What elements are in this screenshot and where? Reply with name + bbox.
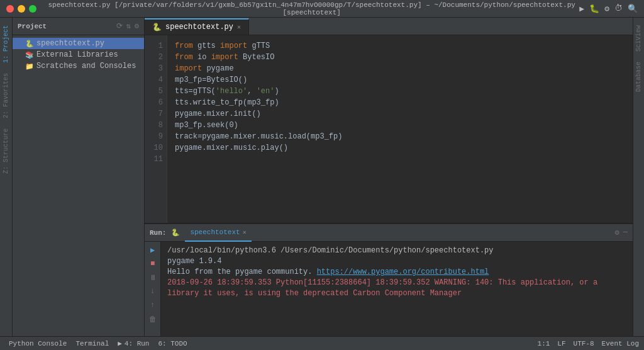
run-tab-speechtotext[interactable]: speechtotext ✕ (185, 224, 251, 242)
status-bar: Python Console Terminal ▶ 4: Run 6: TODO… (0, 336, 644, 350)
tree-item-scratches[interactable]: 📁 Scratches and Consoles (13, 60, 144, 72)
project-panel: Project ⟳ ⇅ ⚙ 🐍 speechtotext.py 📚 Extern… (13, 18, 145, 336)
status-left: Python Console Terminal ▶ 4: Run 6: TODO (5, 337, 191, 351)
left-panel-tabs: 1: Project 2: Favorites Z: Structure (0, 18, 13, 336)
run-header-right: ⚙ — (615, 228, 628, 237)
line-num: 9 (145, 131, 163, 142)
line-num: 5 (145, 86, 163, 97)
line-num: 8 (145, 120, 163, 131)
debug-icon[interactable]: 🐛 (589, 4, 599, 14)
run-tab-close-icon[interactable]: ✕ (243, 229, 247, 236)
line-num: 2 (145, 52, 163, 63)
project-tree: 🐍 speechtotext.py 📚 External Libraries 📁… (13, 35, 144, 336)
terminal-label: Terminal (75, 340, 109, 347)
toolbar-right: ▶ 🐛 ⚙ ⏱ 🔍 (579, 4, 638, 14)
run-label: Run: (150, 229, 166, 237)
scroll-up-button[interactable]: ↑ (147, 300, 158, 311)
output-line-warning: 2018-09-26 18:39:59.353 Python[11155:238… (167, 278, 626, 299)
run-status-button[interactable]: ▶ 4: Run (114, 337, 153, 351)
encoding: UTF-8 (574, 340, 594, 347)
window-title: speechtotext.py [/private/var/folders/v1… (44, 1, 579, 16)
todo-label: 6: TODO (158, 340, 187, 347)
clear-button[interactable]: 🗑 (147, 313, 158, 325)
collapse-icon[interactable]: ⇅ (126, 21, 131, 31)
run-play-icon: ▶ (118, 339, 122, 347)
pygame-link[interactable]: https://www.pygame.org/contribute.html (317, 268, 489, 276)
close-button[interactable] (6, 5, 14, 13)
library-icon: 📚 (25, 51, 34, 59)
run-content-area: ▶ ■ ⏸ ↓ ↑ 🗑 /usr/local/bin/python3.6 /Us… (145, 242, 633, 336)
run-output: /usr/local/bin/python3.6 /Users/Dominic/… (161, 242, 633, 336)
pause-button[interactable]: ⏸ (147, 272, 158, 283)
tree-item-label: speechtotext.py (36, 39, 104, 48)
output-line-hello: Hello from the pygame community. https:/… (167, 267, 626, 278)
run-tab-label: speechtotext (190, 229, 240, 236)
line-num: 4 (145, 74, 163, 86)
python-console-button[interactable]: Python Console (5, 337, 70, 351)
stop-button[interactable]: ■ (147, 258, 158, 269)
run-tab-icon: 🐍 (171, 229, 180, 237)
title-bar: speechtotext.py [/private/var/folders/v1… (0, 0, 644, 18)
tree-item-external-libraries[interactable]: 📚 External Libraries (13, 49, 144, 60)
event-log-button[interactable]: Event Log (602, 340, 639, 347)
line-num: 7 (145, 108, 163, 120)
project-header-icons: ⟳ ⇅ ⚙ (116, 21, 139, 31)
search-icon[interactable]: 🔍 (628, 4, 638, 14)
cursor-position: 1:1 (538, 340, 550, 347)
tab-bar: 🐍 speechtotext.py ✕ (145, 18, 633, 35)
line-numbers: 1 2 3 4 5 6 7 8 9 10 11 (145, 35, 167, 223)
scroll-down-button[interactable]: ↓ (147, 286, 158, 297)
line-num: 10 (145, 142, 163, 154)
todo-button[interactable]: 6: TODO (154, 337, 191, 351)
project-header: Project ⟳ ⇅ ⚙ (13, 18, 144, 35)
terminal-button[interactable]: Terminal (72, 337, 113, 351)
output-line-path: /usr/local/bin/python3.6 /Users/Dominic/… (167, 246, 626, 256)
editor-area: 🐍 speechtotext.py ✕ 1 2 3 4 5 6 7 8 9 10… (145, 18, 633, 336)
settings-icon[interactable]: ⚙ (615, 228, 619, 237)
right-sidebar: SciView Database (633, 18, 644, 336)
python-console-label: Python Console (9, 340, 67, 347)
run-icon[interactable]: ▶ (579, 4, 584, 14)
line-num: 6 (145, 97, 163, 108)
close-panel-icon[interactable]: — (623, 228, 628, 237)
gear-icon[interactable]: ⚙ (135, 21, 139, 31)
line-ending: LF (557, 340, 565, 347)
project-tab[interactable]: 1: Project (1, 20, 11, 68)
line-num: 1 (145, 40, 163, 52)
maximize-button[interactable] (29, 5, 36, 13)
tab-label: speechtotext.py (165, 23, 233, 31)
run-side-toolbar: ▶ ■ ⏸ ↓ ↑ 🗑 (145, 242, 161, 336)
database-tab[interactable]: Database (634, 57, 643, 97)
python-file-icon: 🐍 (25, 40, 34, 48)
code-content[interactable]: from gtts import gTTS from io import Byt… (167, 35, 633, 223)
bottom-panel: Run: 🐍 speechtotext ✕ ⚙ — ▶ ■ ⏸ ↓ ↑ (145, 223, 633, 336)
tree-item-label: Scratches and Consoles (36, 62, 136, 71)
traffic-lights (6, 5, 36, 13)
code-editor: 1 2 3 4 5 6 7 8 9 10 11 from gtts import… (145, 35, 633, 223)
main-area: 1: Project 2: Favorites Z: Structure Pro… (0, 18, 644, 336)
tab-icon: 🐍 (152, 23, 162, 32)
line-num: 11 (145, 154, 163, 165)
tree-item-label: External Libraries (36, 50, 118, 59)
rerun-button[interactable]: ▶ (147, 244, 158, 256)
output-line-version: pygame 1.9.4 (167, 256, 626, 267)
sciview-tab[interactable]: SciView (634, 20, 643, 57)
profile-icon[interactable]: ⏱ (614, 4, 623, 13)
coverage-icon[interactable]: ⚙ (604, 4, 609, 14)
line-num: 3 (145, 63, 163, 74)
editor-tab-speechtotext[interactable]: 🐍 speechtotext.py ✕ (145, 18, 249, 35)
sync-icon[interactable]: ⟳ (116, 21, 123, 31)
status-right: 1:1 LF UTF-8 Event Log (538, 340, 639, 347)
favorites-tab[interactable]: 2: Favorites (1, 68, 11, 123)
tab-close-icon[interactable]: ✕ (237, 23, 241, 31)
folder-icon: 📁 (25, 62, 34, 71)
tree-item-speechtotext[interactable]: 🐍 speechtotext.py (13, 38, 144, 49)
structure-tab[interactable]: Z: Structure (1, 123, 11, 179)
project-panel-title: Project (18, 23, 47, 30)
minimize-button[interactable] (18, 5, 25, 13)
run-header: Run: 🐍 speechtotext ✕ ⚙ — (145, 224, 633, 242)
run-status-label: 4: Run (125, 340, 150, 347)
